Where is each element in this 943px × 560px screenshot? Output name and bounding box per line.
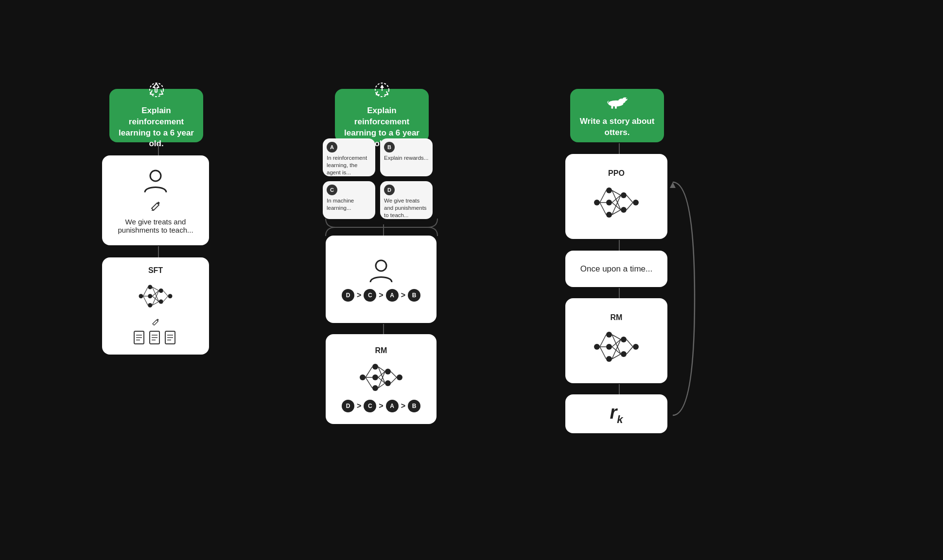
c2-recycle-icon [374,82,390,102]
svg-point-6 [148,303,152,307]
c1-sft-pencil-icon [150,318,161,326]
svg-point-42 [397,374,402,380]
c2-answers-grid: A In reinforcement learning, the agent i… [323,138,439,223]
c2-rm-card: RM D > C > A > B [326,334,437,424]
svg-line-94 [627,339,633,347]
answer-card-a: A In reinforcement learning, the agent i… [323,138,375,176]
svg-line-17 [152,291,159,305]
svg-line-85 [600,335,606,347]
c2-rm-ranking: D > C > A > B [342,400,420,412]
rank-b: B [408,289,420,302]
c2-human-card: D > C > A > B [326,236,437,323]
svg-line-19 [163,291,168,296]
svg-point-80 [606,344,612,350]
c2-ranking: D > C > A > B [342,289,420,302]
answer-card-d: D We give treats and punishments to teac… [380,181,433,219]
c3-dino-icon [605,93,629,114]
svg-line-53 [391,377,397,383]
svg-line-87 [600,347,606,359]
svg-line-14 [152,287,159,302]
badge-a: A [327,142,337,153]
svg-point-83 [621,351,627,357]
c3-prompt-text: Write a story about otters. [578,116,656,138]
svg-line-52 [391,372,397,377]
svg-line-74 [612,195,621,215]
svg-line-43 [366,367,372,377]
answer-a-text: In reinforcement learning, the agent is.… [327,154,371,176]
svg-line-12 [143,296,148,305]
c1-recycle-icon [148,82,165,102]
svg-point-9 [168,294,173,298]
c3-rk-card: rk [565,394,667,433]
svg-point-84 [633,344,639,350]
svg-line-20 [163,296,168,302]
svg-point-7 [159,288,163,293]
svg-point-63 [606,212,612,218]
svg-point-81 [606,356,612,362]
svg-rect-58 [615,106,617,109]
badge-d: D [384,185,395,195]
c3-prompt-card: Write a story about otters. [570,89,664,142]
svg-point-4 [148,285,152,289]
rm-rank-d: D [342,400,354,412]
c3-ppo-label: PPO [608,169,625,178]
svg-point-36 [360,374,366,380]
c1-prompt-card: Explain reinforcement learning to a 6 ye… [109,89,203,142]
svg-line-89 [612,335,621,354]
svg-point-56 [622,98,627,102]
answer-card-b: B Explain rewards... [380,138,433,176]
rank-a: A [386,289,399,302]
svg-point-60 [594,200,600,205]
c3-rk-text: rk [610,402,623,426]
svg-point-82 [621,337,627,342]
c1-pencil-icon [150,200,161,211]
svg-rect-57 [611,106,613,109]
svg-line-10 [143,287,148,296]
svg-line-95 [627,347,633,354]
c3-ppo-neural-net [590,181,643,224]
c3-feedback-arrow [668,177,699,420]
svg-line-67 [600,190,606,203]
rm-rank-b: B [408,400,420,412]
svg-point-61 [606,187,612,193]
c1-neural-net [129,280,182,313]
c3-story-card: Once upon a time... [565,251,667,287]
c3-ppo-card: PPO [565,154,667,239]
c2-neural-net [357,358,405,397]
answer-card-c: C In machine learning... [323,181,375,219]
svg-line-45 [366,377,372,388]
c1-human-card: We give treats and punishments to teach.… [102,155,209,245]
badge-b: B [384,142,395,153]
c2-rm-label: RM [375,346,387,355]
answer-b-text: Explain rewards... [384,154,429,162]
svg-point-40 [385,369,391,374]
badge-c: C [327,185,337,195]
svg-marker-96 [670,182,676,188]
c1-doc-icons [133,330,178,346]
svg-point-78 [594,344,600,350]
svg-point-37 [372,364,378,370]
c3-rm-neural-net [590,325,643,369]
rm-rank-a: A [386,400,399,412]
svg-line-69 [600,203,606,215]
svg-point-5 [148,294,152,298]
c3-story-text: Once upon a time... [580,264,652,274]
svg-point-79 [606,332,612,338]
svg-point-1 [150,170,161,181]
svg-line-92 [612,339,621,359]
c3-rm-label: RM [611,313,623,322]
c1-user-icon [141,167,170,196]
svg-point-8 [159,300,163,304]
rm-rank-c: C [364,400,376,412]
svg-point-35 [376,260,386,271]
c2-prompt-card: Explain reinforcement learning to a 6 ye… [335,89,429,142]
c1-sft-label: SFT [148,266,163,275]
svg-point-66 [633,200,639,205]
svg-point-62 [606,200,612,205]
rank-c: C [364,289,376,302]
answer-d-text: We give treats and punishments to teach.… [384,197,429,219]
c1-human-label: We give treats and punishments to teach.… [109,218,202,234]
svg-point-59 [626,98,627,100]
c3-rm-card: RM [565,298,667,383]
svg-line-77 [627,203,633,210]
